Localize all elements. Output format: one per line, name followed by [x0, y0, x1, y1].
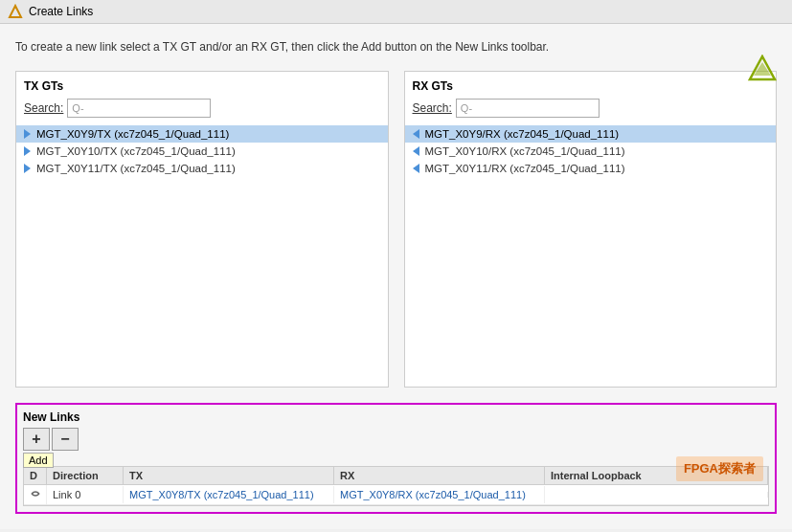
- cell-tx: MGT_X0Y8/TX (xc7z045_1/Quad_111): [124, 486, 334, 503]
- tx-list-area: MGT_X0Y9/TX (xc7z045_1/Quad_111) MGT_X0Y…: [16, 123, 388, 387]
- cell-loopback: [545, 492, 768, 498]
- table-header: D Direction TX RX Internal Loopback: [24, 467, 768, 485]
- tx-item-label: MGT_X0Y11/TX (xc7z045_1/Quad_111): [36, 163, 236, 174]
- panels-row: TX GTs Search: Q- MGT_X0Y9/TX (xc7z045_1…: [15, 71, 777, 388]
- tx-arrow-icon: [24, 164, 31, 173]
- title-bar-icon: [8, 4, 23, 19]
- cell-direction: Link 0: [47, 486, 124, 503]
- col-header-d: D: [24, 467, 47, 484]
- tx-arrow-icon: [24, 146, 31, 156]
- list-item[interactable]: MGT_X0Y9/TX (xc7z045_1/Quad_111): [16, 125, 388, 143]
- title-bar-title: Create Links: [29, 5, 93, 18]
- tx-search-icon: Q-: [72, 102, 83, 114]
- tx-panel-header: TX GTs: [16, 72, 388, 97]
- rx-search-row: Search: Q-: [405, 97, 777, 123]
- col-header-rx: RX: [334, 467, 545, 484]
- title-bar: Create Links: [0, 0, 792, 24]
- tx-search-label: Search:: [24, 101, 63, 115]
- tx-panel: TX GTs Search: Q- MGT_X0Y9/TX (xc7z045_1…: [15, 71, 389, 388]
- list-item[interactable]: MGT_X0Y9/RX (xc7z045_1/Quad_111): [405, 125, 777, 143]
- list-item[interactable]: MGT_X0Y11/TX (xc7z045_1/Quad_111): [16, 160, 388, 177]
- tx-search-row: Search: Q-: [16, 97, 388, 123]
- rx-item-label: MGT_X0Y11/RX (xc7z045_1/Quad_111): [425, 163, 625, 174]
- new-links-section: New Links + − Add D Direction TX RX Inte…: [15, 403, 777, 514]
- vivado-logo: [748, 55, 777, 86]
- rx-item-label: MGT_X0Y9/RX (xc7z045_1/Quad_111): [425, 128, 620, 140]
- rx-item-label: MGT_X0Y10/RX (xc7z045_1/Quad_111): [425, 145, 625, 157]
- rx-search-label: Search:: [413, 101, 452, 115]
- table-row[interactable]: Link 0 MGT_X0Y8/TX (xc7z045_1/Quad_111) …: [24, 485, 768, 505]
- link-row-icon: [30, 488, 41, 499]
- cell-d: [24, 485, 47, 504]
- svg-marker-0: [10, 6, 21, 17]
- list-item[interactable]: MGT_X0Y10/RX (xc7z045_1/Quad_111): [405, 143, 777, 160]
- new-links-label: New Links: [23, 410, 769, 424]
- rx-search-box[interactable]: Q-: [456, 99, 600, 118]
- rx-panel-header: RX GTs: [405, 72, 777, 97]
- rx-panel: RX GTs Search: Q- MGT_X0Y9/RX (xc7z045_1…: [404, 71, 778, 388]
- rx-arrow-icon: [413, 146, 419, 156]
- new-links-toolbar: + − Add: [23, 428, 769, 451]
- cell-rx: MGT_X0Y8/RX (xc7z045_1/Quad_111): [334, 486, 545, 503]
- col-header-loopback: Internal Loopback: [545, 467, 768, 484]
- rx-search-icon: Q-: [461, 102, 472, 114]
- col-header-tx: TX: [124, 467, 334, 484]
- list-item[interactable]: MGT_X0Y11/RX (xc7z045_1/Quad_111): [405, 160, 777, 177]
- tx-item-label: MGT_X0Y9/TX (xc7z045_1/Quad_111): [36, 128, 229, 140]
- main-container: To create a new link select a TX GT and/…: [0, 24, 792, 529]
- rx-arrow-icon: [413, 129, 419, 139]
- tx-search-box[interactable]: Q-: [67, 99, 211, 118]
- tx-item-label: MGT_X0Y10/TX (xc7z045_1/Quad_111): [36, 145, 236, 157]
- list-item[interactable]: MGT_X0Y10/TX (xc7z045_1/Quad_111): [16, 143, 388, 160]
- rx-list-area: MGT_X0Y9/RX (xc7z045_1/Quad_111) MGT_X0Y…: [405, 123, 777, 387]
- add-link-button[interactable]: +: [23, 428, 50, 451]
- rx-arrow-icon: [413, 164, 419, 173]
- links-table: D Direction TX RX Internal Loopback Link…: [23, 466, 769, 506]
- remove-link-button[interactable]: −: [52, 428, 79, 451]
- col-header-direction: Direction: [47, 467, 124, 484]
- description-text: To create a new link select a TX GT and/…: [15, 39, 777, 55]
- tx-arrow-icon: [24, 129, 31, 139]
